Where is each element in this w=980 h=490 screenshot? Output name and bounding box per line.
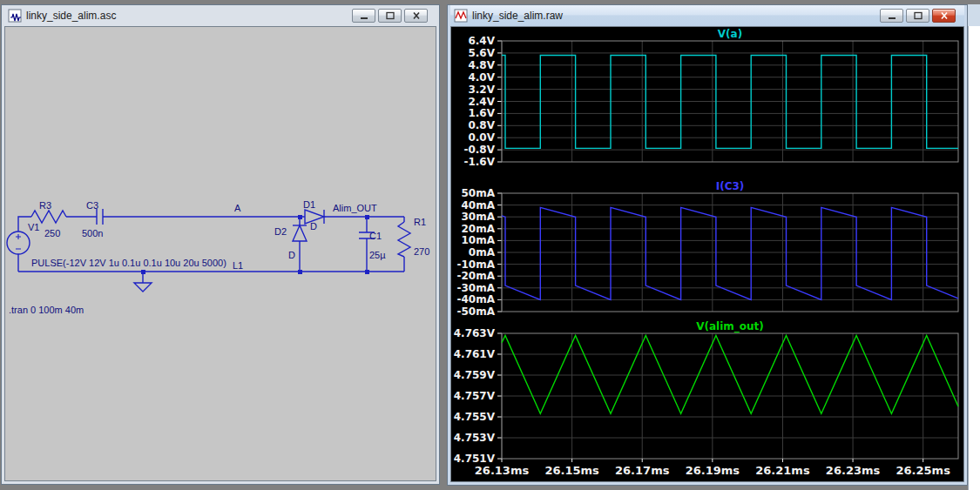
y-axis-tick-label: 0mA [469,246,496,258]
y-axis-tick-label: 10mA [462,234,496,246]
schematic-editor-canvas[interactable]: R3 250 V1 C3 500n A D1 D D2 D Alim_OUT C… [4,26,436,481]
y-axis-tick-label: 0.8V [468,119,495,131]
y-axis-tick-label: -30mA [457,282,496,294]
y-axis-tick-label: 4.763V [454,327,496,339]
pulse-spec-label[interactable]: PULSE(-12V 12V 1u 0.1u 0.1u 10u 20u 5000… [31,258,226,268]
y-axis-tick-label: 40mA [462,199,496,211]
c1-name-label[interactable]: C1 [369,231,382,241]
waveform-titlebar[interactable]: linky_side_alim.raw [450,5,964,26]
v1-name-label[interactable]: V1 [28,222,39,232]
y-axis-tick-label: 5.6V [468,47,495,59]
resistor-r1[interactable] [398,222,410,257]
y-axis-tick-label: 4.753V [454,432,496,444]
waveform-window: linky_side_alim.raw 6.4V5.6V4.8V4.0V3.2V… [447,4,968,486]
mdi-edge-top [968,4,980,26]
net-label-alim-out[interactable]: Alim_OUT [333,203,377,213]
schematic-window-title: linky_side_alim.asc [26,10,116,22]
r3-value-label[interactable]: 250 [44,228,60,238]
waveform-viewer[interactable]: 6.4V5.6V4.8V4.0V3.2V2.4V1.6V0.8V0.0V-0.8… [450,26,964,482]
diode-d2[interactable] [293,225,307,241]
waveform-window-controls [880,9,963,23]
r1-name-label[interactable]: R1 [414,217,426,227]
y-axis-tick-label: 4.761V [454,348,496,360]
schematic-window: linky_side_alim.asc [1,4,440,485]
y-axis-tick-label: 6.4V [468,35,495,47]
y-axis-tick-label: 50mA [462,187,496,199]
y-axis-tick-label: 0.0V [468,131,495,144]
y-axis-tick-label: -50mA [457,305,496,318]
trace-V(alim_out) [502,335,958,413]
d2-name-label[interactable]: D2 [274,226,287,237]
y-axis-tick-label: -1.6V [463,156,495,168]
waveform-plot: 6.4V5.6V4.8V4.0V3.2V2.4V1.6V0.8V0.0V-0.8… [451,27,963,481]
y-axis-tick-label: 30mA [462,211,496,223]
pane-title: I(C3) [716,180,745,192]
r1-value-label[interactable]: 270 [414,246,429,257]
schematic-drawing: R3 250 V1 C3 500n A D1 D D2 D Alim_OUT C… [5,27,436,480]
c3-value-label[interactable]: 500n [82,228,103,238]
c1-value-label[interactable]: 25µ [369,250,386,260]
l1-name-label[interactable]: L1 [233,260,243,271]
y-axis-tick-label: -10mA [457,258,496,271]
x-axis-tick-label: 26.25ms [896,464,950,477]
schematic-window-controls [352,9,435,23]
voltage-source-v1[interactable] [7,232,30,254]
y-axis-tick-label: 2.4V [468,96,495,108]
schematic-titlebar[interactable]: linky_side_alim.asc [4,5,436,26]
d1-value-label[interactable]: D [310,221,317,232]
y-axis-tick-label: 1.6V [468,107,495,119]
x-axis-tick-label: 26.19ms [686,464,740,477]
x-axis-tick-label: 26.21ms [755,464,810,477]
y-axis-tick-label: 4.759V [454,369,496,381]
x-axis-tick-label: 26.13ms [475,464,530,477]
y-axis-tick-label: 4.0V [468,71,495,84]
pane-title: V(a) [718,28,742,40]
mdi-scroll-strip [968,26,980,490]
close-button[interactable] [932,9,956,23]
minimize-button[interactable] [880,9,903,23]
y-axis-tick-label: -40mA [457,293,496,305]
d1-name-label[interactable]: D1 [303,199,315,210]
close-button[interactable] [404,9,428,23]
ground-symbol[interactable] [134,283,152,292]
net-label-a[interactable]: A [234,203,241,213]
maximize-button[interactable] [378,9,402,23]
waveform-window-title: linky_side_alim.raw [472,10,563,22]
x-axis-tick-label: 26.23ms [826,464,881,477]
tran-directive-label[interactable]: .tran 0 100m 40m [9,305,84,315]
y-axis-tick-label: 4.8V [468,59,495,71]
schematic-doc-icon [8,9,22,23]
r3-name-label[interactable]: R3 [39,200,51,211]
x-axis-tick-label: 26.17ms [615,464,670,477]
plus-minus-marks [16,234,21,249]
c3-name-label[interactable]: C3 [86,200,98,211]
y-axis-tick-label: 3.2V [468,84,495,96]
y-axis-tick-label: 4.751V [454,453,496,465]
pane-title: V(alim_out) [696,320,764,333]
trace-I(C3) [502,207,958,299]
y-axis-tick-label: -20mA [457,270,496,282]
resistor-r3[interactable] [31,211,66,223]
maximize-button[interactable] [906,9,929,23]
minimize-button[interactable] [352,9,375,23]
y-axis-tick-label: 20mA [462,223,496,235]
y-axis-tick-label: 4.755V [454,411,496,423]
d2-value-label[interactable]: D [288,250,295,260]
waveform-doc-icon [454,9,468,23]
wire-net [18,217,404,283]
y-axis-tick-label: -0.8V [463,144,495,156]
capacitor-c3[interactable] [97,209,103,225]
x-axis-tick-label: 26.15ms [544,464,599,477]
y-axis-tick-label: 4.757V [454,390,496,402]
